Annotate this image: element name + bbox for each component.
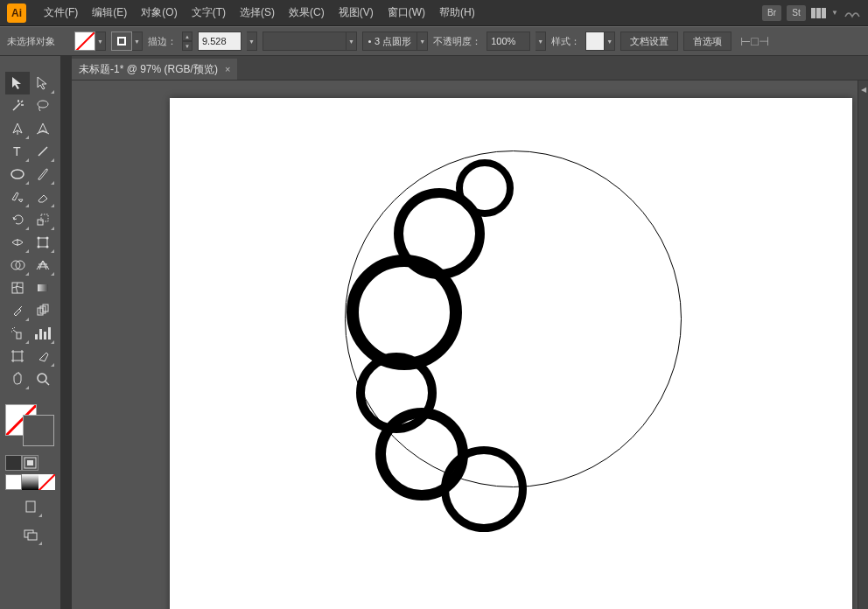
type-tool[interactable]: T <box>5 140 30 163</box>
variable-width-dropdown[interactable]: ▼ <box>346 32 357 51</box>
menu-edit[interactable]: 编辑(E) <box>85 5 134 20</box>
svg-rect-14 <box>12 283 23 293</box>
brush-dropdown[interactable]: ▼ <box>417 32 428 51</box>
eyedropper-tool[interactable] <box>5 299 30 322</box>
ellipse-tool[interactable] <box>5 163 30 186</box>
svg-point-9 <box>46 237 48 240</box>
gradient-tool[interactable] <box>31 276 55 299</box>
menu-window[interactable]: 窗口(W) <box>381 5 432 20</box>
document-tab[interactable]: 未标题-1* @ 97% (RGB/预览) × <box>72 59 237 80</box>
vector-ring-6[interactable] <box>441 446 527 532</box>
app-icon: Ai <box>7 4 26 23</box>
opacity-dropdown[interactable]: ▼ <box>536 32 546 51</box>
bridge-button[interactable]: Br <box>762 5 781 21</box>
document-setup-button[interactable]: 文档设置 <box>620 32 678 51</box>
selection-status: 未选择对象 <box>7 35 55 48</box>
svg-rect-5 <box>41 214 48 221</box>
stroke-step-up[interactable]: ▲ <box>182 32 192 41</box>
stroke-dropdown[interactable]: ▼ <box>132 32 143 51</box>
fill-stroke-block[interactable] <box>5 404 54 446</box>
svg-rect-19 <box>17 332 21 339</box>
menu-file[interactable]: 文件(F) <box>37 5 85 20</box>
color-swatch-gradient[interactable] <box>22 474 38 490</box>
mesh-tool[interactable] <box>5 276 30 299</box>
menu-object[interactable]: 对象(O) <box>134 5 184 20</box>
color-swatch-white[interactable] <box>5 474 22 490</box>
hand-tool[interactable] <box>5 368 30 390</box>
right-panel-collapsed[interactable]: ◀ <box>858 80 868 609</box>
stroke-indicator[interactable] <box>23 415 54 446</box>
control-bar: 未选择对象 ▼ ▼ 描边： ▲ ▼ 9.528 ▼ ▼ 3 点圆形 ▼ 不透明度… <box>0 26 868 56</box>
fill-dropdown[interactable]: ▼ <box>95 32 106 51</box>
svg-text:T: T <box>13 144 21 158</box>
draw-mode-normal[interactable] <box>18 495 43 518</box>
svg-line-2 <box>38 147 47 156</box>
opacity-label: 不透明度： <box>433 35 481 48</box>
menu-select[interactable]: 选择(S) <box>233 5 282 20</box>
menu-type[interactable]: 文字(T) <box>185 5 233 20</box>
variable-width-profile[interactable] <box>262 32 346 51</box>
stroke-swatch[interactable] <box>111 32 132 51</box>
style-label: 样式： <box>551 35 580 48</box>
artboard[interactable] <box>170 98 852 609</box>
close-tab-icon[interactable]: × <box>225 64 230 74</box>
column-graph-tool[interactable] <box>31 322 55 345</box>
document-tab-bar: 未标题-1* @ 97% (RGB/预览) × <box>72 56 868 80</box>
paintbrush-tool[interactable] <box>31 163 55 186</box>
stroke-weight-dropdown[interactable]: ▼ <box>247 32 257 51</box>
line-segment-tool[interactable] <box>31 140 55 163</box>
stroke-weight-input[interactable]: 9.528 <box>198 32 242 51</box>
screen-mode-button[interactable] <box>18 523 43 546</box>
curvature-tool[interactable] <box>31 117 55 140</box>
graphic-style-dropdown[interactable]: ▼ <box>605 32 615 51</box>
arrange-documents-icon[interactable] <box>811 8 826 18</box>
graphic-style-swatch[interactable] <box>585 32 605 51</box>
menu-effect[interactable]: 效果(C) <box>282 5 332 20</box>
free-transform-tool[interactable] <box>31 231 55 254</box>
width-tool[interactable] <box>5 231 30 254</box>
symbol-sprayer-tool[interactable] <box>5 322 30 345</box>
fill-swatch[interactable] <box>74 32 95 51</box>
selection-tool[interactable] <box>5 72 30 94</box>
stroke-label: 描边： <box>148 35 177 48</box>
opacity-input[interactable]: 100% <box>486 32 530 51</box>
eraser-tool[interactable] <box>31 186 55 208</box>
svg-point-0 <box>38 101 48 108</box>
scale-tool[interactable] <box>31 208 55 231</box>
brush-definition[interactable]: 3 点圆形 <box>362 32 417 51</box>
color-mode-button[interactable] <box>5 455 22 471</box>
magic-wand-tool[interactable] <box>5 94 30 117</box>
rotate-tool[interactable] <box>5 208 30 231</box>
pen-tool[interactable] <box>5 117 30 140</box>
canvas-area[interactable] <box>72 80 868 609</box>
shaper-tool[interactable] <box>5 186 30 208</box>
svg-point-8 <box>37 237 39 240</box>
svg-point-10 <box>37 246 39 248</box>
color-swatch-none[interactable] <box>38 474 55 490</box>
gradient-mode-button[interactable] <box>22 455 38 471</box>
svg-rect-27 <box>28 533 37 540</box>
pin-icon[interactable]: ⊢□⊣ <box>737 34 772 48</box>
svg-rect-7 <box>38 238 47 247</box>
artboard-tool[interactable] <box>5 345 30 368</box>
tools-panel: T <box>0 56 61 609</box>
svg-rect-24 <box>27 460 33 466</box>
stock-button[interactable]: St <box>787 5 806 21</box>
perspective-grid-tool[interactable] <box>31 254 55 276</box>
svg-point-11 <box>46 246 48 248</box>
direct-selection-tool[interactable] <box>31 72 55 94</box>
blend-tool[interactable] <box>31 299 55 322</box>
stroke-step-down[interactable]: ▼ <box>182 41 192 51</box>
shape-builder-tool[interactable] <box>5 254 30 276</box>
chevron-down-icon[interactable]: ▼ <box>831 9 838 17</box>
menu-help[interactable]: 帮助(H) <box>432 5 482 20</box>
lasso-tool[interactable] <box>31 94 55 117</box>
expand-panel-icon[interactable]: ◀ <box>858 80 868 94</box>
zoom-tool[interactable] <box>31 368 55 390</box>
menu-view[interactable]: 视图(V) <box>332 5 381 20</box>
slice-tool[interactable] <box>31 345 55 368</box>
preferences-button[interactable]: 首选项 <box>683 32 732 51</box>
svg-rect-15 <box>38 284 48 291</box>
svg-line-22 <box>46 382 49 385</box>
gpu-icon[interactable] <box>844 6 861 20</box>
